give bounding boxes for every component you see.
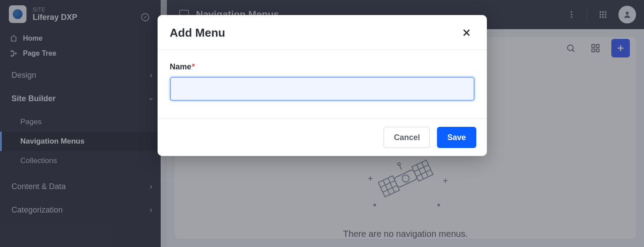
modal-overlay[interactable]: Add Menu Name* Cancel Save — [0, 0, 644, 247]
modal-header: Add Menu — [158, 15, 487, 50]
save-button[interactable]: Save — [437, 127, 476, 148]
modal-body: Name* — [158, 50, 487, 118]
name-label: Name* — [170, 62, 195, 72]
modal-close-button[interactable] — [459, 25, 475, 41]
modal-footer: Cancel Save — [158, 118, 487, 156]
modal-title: Add Menu — [170, 26, 226, 40]
close-icon — [462, 28, 471, 38]
name-label-text: Name — [170, 62, 192, 72]
add-menu-modal: Add Menu Name* Cancel Save — [158, 15, 487, 156]
cancel-button[interactable]: Cancel — [384, 127, 430, 148]
required-mark: * — [192, 62, 195, 72]
name-input[interactable] — [170, 77, 475, 101]
